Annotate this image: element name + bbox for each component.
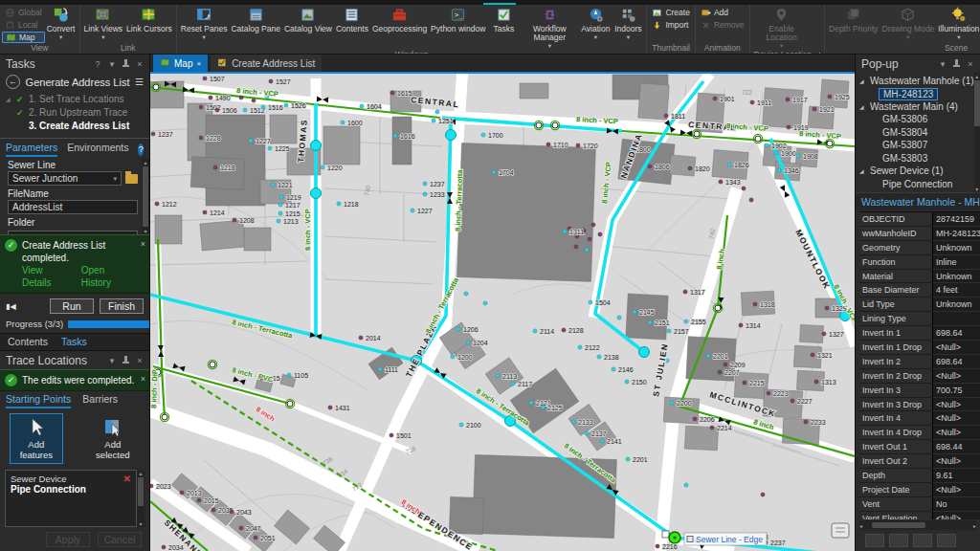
pin-icon[interactable] — [122, 356, 130, 365]
toolbar-button[interactable] — [865, 534, 884, 547]
aviation-button[interactable]: Aviation▾ — [579, 6, 612, 41]
tab-tasks[interactable]: Tasks — [61, 336, 87, 347]
tree-node[interactable]: ◢Wastewater Manhole (1) — [859, 75, 974, 88]
field-value[interactable]: <Null> — [932, 512, 980, 519]
view-tab-map[interactable]: Map× — [153, 55, 208, 72]
toolbar-button[interactable] — [913, 534, 932, 547]
parameters-scrollbar[interactable]: ▴▾ — [142, 159, 149, 234]
view-tab-create-address-list[interactable]: Create Address List — [211, 55, 322, 72]
toolbar-button[interactable] — [889, 534, 908, 547]
import-button[interactable]: Import — [649, 19, 693, 31]
view-details-link[interactable]: View Details — [22, 264, 74, 289]
field-value[interactable]: 28742159 — [932, 212, 980, 227]
chevron-down-icon[interactable]: ▾ — [107, 59, 117, 69]
field-value[interactable]: Unknown — [932, 241, 980, 255]
expander-icon[interactable]: ◢ — [859, 103, 867, 110]
task-step-1[interactable]: ◢✓1. Set Trace Locations — [6, 93, 145, 106]
tab-environments[interactable]: Environments — [67, 142, 128, 157]
tree-node[interactable]: ◢Wastewater Main (4) — [859, 100, 974, 114]
field-value[interactable]: 698.64 — [932, 355, 980, 369]
tree-item[interactable]: GM-53804 — [859, 126, 974, 140]
tree-scrollbar[interactable]: ▴▾ — [974, 73, 980, 192]
table-hscrollbar[interactable]: ◂▸ — [859, 520, 976, 530]
field-value[interactable]: 698.64 — [932, 326, 980, 341]
map-canvas[interactable]: 1507152716151616160016041251149015021506… — [150, 74, 855, 551]
reset-panes-button[interactable]: Reset Panes▾ — [179, 6, 230, 41]
run-button[interactable]: Run — [50, 298, 94, 314]
tab-barriers[interactable]: Barriers — [82, 393, 118, 408]
field-value[interactable]: Unknown — [932, 298, 980, 312]
tree-item[interactable]: GM-53803 — [859, 152, 974, 165]
map-button[interactable]: Map — [2, 32, 45, 43]
tree-item[interactable]: GM-53807 — [859, 139, 974, 152]
create-button[interactable]: Create — [649, 7, 693, 18]
field-value[interactable]: <Null> — [932, 411, 980, 426]
field-value[interactable]: <Null> — [932, 369, 980, 384]
catalog-pane-button[interactable]: Catalog Pane — [229, 6, 282, 34]
python-window-button[interactable]: >_Python window — [429, 6, 487, 34]
field-value[interactable]: <Null> — [932, 341, 980, 355]
pin-icon[interactable] — [952, 59, 961, 69]
tab-contents[interactable]: Contents — [8, 336, 48, 347]
field-value[interactable]: <Null> — [932, 398, 980, 412]
notification-icon[interactable] — [832, 523, 849, 538]
link-cursors-button[interactable]: Link Cursors — [124, 6, 174, 34]
list-item[interactable]: Sewer Device Pipe Connection ✕ — [6, 471, 136, 497]
filename-input[interactable]: AddressList — [8, 200, 138, 214]
field-value[interactable]: Unknown — [932, 270, 980, 284]
field-value[interactable]: <Null> — [932, 483, 980, 497]
field-value[interactable]: 9.61 — [932, 469, 980, 483]
geoprocessing-button[interactable]: Geoprocessing — [370, 6, 429, 34]
field-value[interactable]: 700.75 — [932, 384, 980, 398]
remove-item-icon[interactable]: ✕ — [123, 474, 131, 484]
tree-item-selected[interactable]: MH-248123 — [879, 88, 938, 100]
expander-icon[interactable]: ◢ — [859, 167, 867, 174]
chevron-down-icon[interactable]: ▾ — [938, 59, 947, 69]
chevron-down-icon[interactable]: ▾ — [107, 356, 117, 365]
back-button[interactable]: ← — [6, 75, 20, 89]
open-history-link[interactable]: Open History — [81, 264, 136, 289]
convert-button[interactable]: Convert▾ — [45, 6, 78, 41]
field-value[interactable]: Inline — [932, 255, 980, 270]
catalog-view-button[interactable]: Catalog View — [282, 6, 334, 34]
parameters-help-icon[interactable]: ? — [138, 143, 144, 156]
field-value[interactable] — [932, 312, 980, 326]
add-selected-button[interactable]: Add selected — [86, 413, 140, 464]
task-menu-icon[interactable]: ☰ — [135, 77, 144, 87]
field-value[interactable]: <Null> — [932, 454, 980, 469]
indoors-button[interactable]: Indoors▾ — [612, 6, 644, 41]
task-step-3[interactable]: 3. Create Address List — [6, 120, 145, 133]
link-views-button[interactable]: Link Views▾ — [82, 6, 124, 41]
tree-item[interactable]: Pipe Connection — [859, 178, 974, 191]
expander-icon[interactable]: ◢ — [859, 77, 867, 84]
toast-close-icon[interactable]: × — [141, 239, 145, 249]
field-value[interactable]: 698.44 — [932, 440, 980, 454]
tab-parameters[interactable]: Parameters — [6, 142, 57, 157]
add-button[interactable]: Add — [698, 7, 747, 18]
field-value[interactable]: No — [932, 497, 980, 512]
field-value[interactable]: MH-248123 — [932, 227, 980, 241]
contents-button[interactable]: Contents — [334, 6, 370, 34]
workflow-manager-button[interactable]: Workflow Manager▾ — [520, 6, 579, 50]
close-icon[interactable]: × — [135, 59, 145, 69]
tab-starting-points[interactable]: Starting Points — [6, 393, 71, 408]
task-step-2[interactable]: ✓2. Run Upstream Trace — [6, 106, 145, 120]
field-value[interactable]: 4 feet — [932, 283, 980, 298]
illumination-button[interactable]: Illumination▾ — [936, 6, 980, 41]
close-icon[interactable]: × — [966, 59, 975, 69]
field-value[interactable]: <Null> — [932, 426, 980, 440]
sewer-line-dropdown[interactable]: Sewer Junction▾ — [8, 171, 122, 186]
finish-button[interactable]: Finish — [100, 298, 144, 314]
close-tab-icon[interactable]: × — [196, 59, 201, 68]
list-scrollbar[interactable]: ▴▾ — [137, 470, 145, 527]
tree-item[interactable]: GM-53806 — [859, 113, 974, 126]
skip-to-start-icon[interactable]: ▮◀ — [6, 302, 44, 311]
toast-close-icon[interactable]: × — [141, 374, 145, 384]
close-icon[interactable]: × — [135, 356, 145, 365]
browse-folder-icon[interactable] — [125, 174, 138, 184]
tree-node[interactable]: ◢Sewer Device (1) — [859, 165, 974, 178]
help-icon[interactable]: ? — [93, 59, 102, 69]
pin-icon[interactable] — [122, 59, 130, 69]
tasks-button[interactable]: Tasks — [487, 6, 520, 34]
selected-manhole[interactable] — [669, 532, 680, 543]
